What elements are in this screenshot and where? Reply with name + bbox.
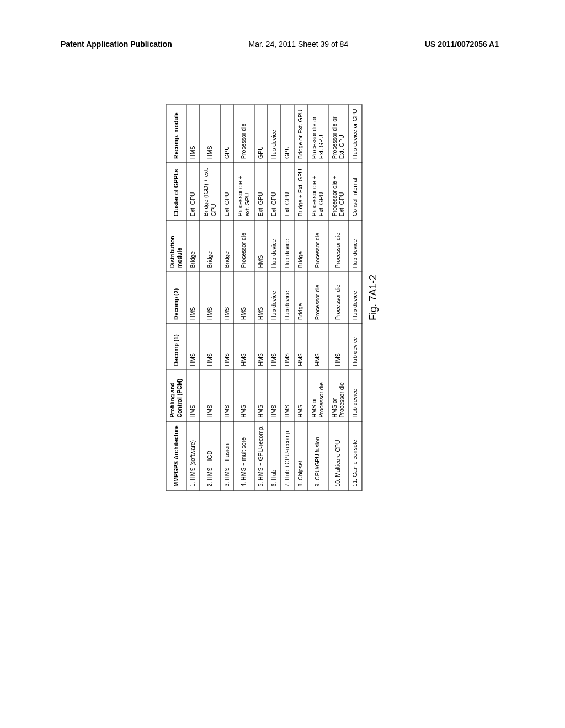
cell-d2: Bridge bbox=[294, 272, 307, 324]
publication-number: US 2011/0072056 A1 bbox=[425, 40, 499, 49]
cell-pcm: Hub device bbox=[349, 370, 362, 421]
th-decomp1: Decomp (1) bbox=[166, 324, 186, 370]
cell-dist: Bridge bbox=[200, 220, 220, 272]
cell-d1: HMS bbox=[268, 324, 281, 370]
cell-pcm: HMS bbox=[221, 370, 234, 421]
cell-d1: HMS bbox=[294, 324, 307, 370]
sheet-label: Mar. 24, 2011 Sheet 39 of 84 bbox=[248, 40, 348, 49]
figure-area: MMPGPS Architecture Profiling and Contro… bbox=[61, 94, 484, 502]
cell-d2: Hub device bbox=[349, 272, 362, 324]
table-row: 3. HMS + FusionHMSHMSHMSBridgeExt. GPUGP… bbox=[221, 105, 234, 491]
cell-arch: 1. HMS (software) bbox=[186, 421, 200, 490]
table-row: 8. ChipsetHMSHMSBridgeBridgeBridge + Ext… bbox=[294, 105, 307, 491]
cell-arch: 8. Chipset bbox=[294, 421, 307, 490]
cell-d1: Hub device bbox=[349, 324, 362, 370]
cell-pcm: HMS bbox=[294, 370, 307, 421]
cell-pcm: HMS bbox=[281, 370, 294, 421]
cell-arch: 6. Hub bbox=[268, 421, 281, 490]
cell-rec: Hub device or GPU bbox=[349, 105, 362, 163]
cell-pcm: HMS bbox=[186, 370, 200, 421]
cell-gppl: Ext. GPU bbox=[254, 163, 268, 220]
cell-rec: GPU bbox=[221, 105, 234, 163]
cell-pcm: HMS bbox=[268, 370, 281, 421]
cell-dist: Processor die bbox=[307, 220, 328, 272]
cell-d2: HMS bbox=[221, 272, 234, 324]
cell-pcm: HMS bbox=[234, 370, 254, 421]
cell-dist: Bridge bbox=[294, 220, 307, 272]
th-distribution: Distribution module bbox=[166, 220, 186, 272]
cell-gppl: Ext. GPU bbox=[221, 163, 234, 220]
figure-caption: Fig. 7A1-2 bbox=[368, 105, 380, 491]
table-row: 9. CPU/GPU fusionHMS or Processor dieHMS… bbox=[307, 105, 328, 491]
table-header-row: MMPGPS Architecture Profiling and Contro… bbox=[166, 105, 186, 491]
cell-d2: Hub device bbox=[281, 272, 294, 324]
cell-arch: 3. HMS + Fusion bbox=[221, 421, 234, 490]
cell-gppl: Bridge + Ext. GPU bbox=[294, 163, 307, 220]
cell-arch: 9. CPU/GPU fusion bbox=[307, 421, 328, 490]
cell-gppl: Processor die + ext. GPU bbox=[234, 163, 254, 220]
cell-dist: Bridge bbox=[186, 220, 200, 272]
table-row: 2. HMS + IGDHMSHMSHMSBridgeBridge (IGD) … bbox=[200, 105, 220, 491]
cell-arch: 11. Game console bbox=[349, 421, 362, 490]
cell-d1: HMS bbox=[200, 324, 220, 370]
cell-d2: HMS bbox=[186, 272, 200, 324]
cell-rec: Hub device bbox=[268, 105, 281, 163]
cell-dist: Hub device bbox=[349, 220, 362, 272]
table-row: 11. Game consoleHub deviceHub deviceHub … bbox=[349, 105, 362, 491]
cell-d2: HMS bbox=[234, 272, 254, 324]
cell-d1: HMS bbox=[186, 324, 200, 370]
table-row: 7. Hub +GPU-recomp.HMSHMSHub deviceHub d… bbox=[281, 105, 294, 491]
cell-dist: Processor die bbox=[234, 220, 254, 272]
cell-d1: HMS bbox=[281, 324, 294, 370]
cell-arch: 2. HMS + IGD bbox=[200, 421, 220, 490]
table-row: 6. HubHMSHMSHub deviceHub deviceExt. GPU… bbox=[268, 105, 281, 491]
th-pcm: Profiling and Control (PCM) bbox=[166, 370, 186, 421]
cell-gppl: Consol internal bbox=[349, 163, 362, 220]
cell-d2: HMS bbox=[254, 272, 268, 324]
cell-dist: Hub device bbox=[281, 220, 294, 272]
cell-rec: HMS bbox=[200, 105, 220, 163]
cell-d1: HMS bbox=[328, 324, 349, 370]
cell-gppl: Processor die + Ext. GPU bbox=[307, 163, 328, 220]
th-architecture: MMPGPS Architecture bbox=[166, 421, 186, 490]
table-row: 10. Multicore CPUHMS or Processor dieHMS… bbox=[328, 105, 349, 491]
cell-d2: Processor die bbox=[328, 272, 349, 324]
cell-gppl: Ext. GPU bbox=[281, 163, 294, 220]
cell-gppl: Ext. GPU bbox=[268, 163, 281, 220]
cell-rec: GPU bbox=[254, 105, 268, 163]
th-recomp: Recomp. module bbox=[166, 105, 186, 163]
cell-gppl: Processor die + Ext. GPU bbox=[328, 163, 349, 220]
cell-rec: Processor die or Ext. GPU bbox=[328, 105, 349, 163]
cell-dist: Bridge bbox=[221, 220, 234, 272]
cell-gppl: Ext. GPU bbox=[186, 163, 200, 220]
cell-pcm: HMS or Processor die bbox=[307, 370, 328, 421]
cell-arch: 10. Multicore CPU bbox=[328, 421, 349, 490]
th-gppl: Cluster of GPPLs bbox=[166, 163, 186, 220]
cell-gppl: Bridge (IGD) + ext. GPU bbox=[200, 163, 220, 220]
cell-pcm: HMS bbox=[200, 370, 220, 421]
cell-pcm: HMS bbox=[254, 370, 268, 421]
table-row: 4. HMS + multicoreHMSHMSHMSProcessor die… bbox=[234, 105, 254, 491]
cell-arch: 4. HMS + multicore bbox=[234, 421, 254, 490]
rotated-content: MMPGPS Architecture Profiling and Contro… bbox=[166, 105, 379, 491]
cell-arch: 5. HMS + GPU-recomp. bbox=[254, 421, 268, 490]
table-row: 1. HMS (software)HMSHMSHMSBridgeExt. GPU… bbox=[186, 105, 200, 491]
table-body: 1. HMS (software)HMSHMSHMSBridgeExt. GPU… bbox=[186, 105, 362, 491]
cell-dist: Processor die bbox=[328, 220, 349, 272]
table-row: 5. HMS + GPU-recomp.HMSHMSHMSHMSExt. GPU… bbox=[254, 105, 268, 491]
architecture-table: MMPGPS Architecture Profiling and Contro… bbox=[166, 105, 362, 491]
cell-pcm: HMS or Processor die bbox=[328, 370, 349, 421]
cell-d1: HMS bbox=[254, 324, 268, 370]
cell-rec: Processor die or Ext. GPU bbox=[307, 105, 328, 163]
cell-d1: HMS bbox=[221, 324, 234, 370]
cell-d2: HMS bbox=[200, 272, 220, 324]
cell-arch: 7. Hub +GPU-recomp. bbox=[281, 421, 294, 490]
publication-label: Patent Application Publication bbox=[61, 40, 172, 49]
cell-d1: HMS bbox=[307, 324, 328, 370]
cell-rec: HMS bbox=[186, 105, 200, 163]
cell-d2: Processor die bbox=[307, 272, 328, 324]
cell-d2: Hub device bbox=[268, 272, 281, 324]
page-header: Patent Application Publication Mar. 24, … bbox=[0, 40, 565, 49]
cell-dist: HMS bbox=[254, 220, 268, 272]
cell-dist: Hub device bbox=[268, 220, 281, 272]
